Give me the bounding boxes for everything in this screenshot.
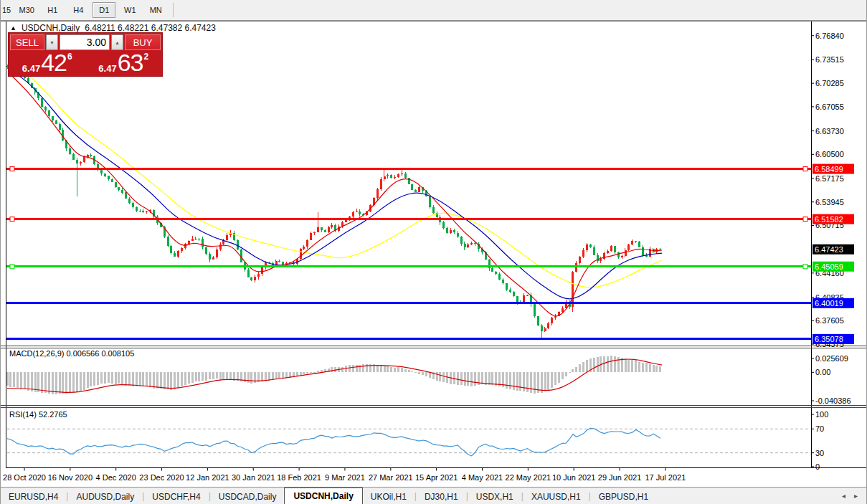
one-click-trading-panel: SELL ▾ ▴ BUY 6.47 42 6 6.47 63 2 [8,32,163,77]
date-label: 18 Feb 2021 [277,473,321,482]
rsi-indicator-label: RSI(14) 52.2765 [9,410,67,419]
hline-handle[interactable] [10,167,14,171]
date-label: 4 May 2021 [462,473,503,482]
macd-tick-label: 0.00 [815,368,830,376]
hline-price-label: 6.35078 [815,335,843,343]
hline-price-label: 6.58499 [815,165,843,173]
hline-price-label: 6.45059 [815,262,843,271]
buy-price-prefix: 6.47 [98,64,116,73]
rsi-tick-label: 0 [815,462,820,471]
chart-tab-eurusd[interactable]: EURUSD,H4 [1,489,66,504]
date-label: 17 Jul 2021 [645,473,686,482]
date-label: 28 Oct 2020 [3,473,46,482]
date-label: 15 Apr 2021 [415,473,458,482]
timeframe-toolbar: 15M30H1H4D1W1MN [1,0,866,21]
current-price-label: 6.47423 [815,245,843,254]
chart-tab-usdcnh[interactable]: USDCNH,Daily [284,488,362,504]
price-tick-label: 6.70285 [815,79,844,87]
tab-scroll-left-icon[interactable]: ◂ [842,492,845,500]
buy-price-display[interactable]: 6.47 63 2 [87,52,161,75]
price-tick-label: 6.60500 [815,150,844,158]
chart-tab-usdx[interactable]: USDX,H1 [468,489,521,504]
sell-price-big-digits: 42 [41,50,67,75]
chart-tab-dj30[interactable]: DJ30,H1 [417,489,466,504]
date-label: 16 Nov 2020 [48,473,93,482]
chart-tab-audusd[interactable]: AUDUSD,Daily [68,489,142,504]
price-tick-label: 6.73515 [815,55,844,64]
timeframe-button-w1[interactable]: W1 [118,2,141,18]
rsi-line [7,428,660,455]
rsi-tick-label: 100 [815,410,828,419]
ma-mid-blue-line [8,70,662,299]
price-tick-label: 6.57175 [815,174,844,183]
date-label: 22 May 2021 [506,473,551,482]
chart-tab-usdchf[interactable]: USDCHF,H4 [144,489,208,504]
date-label: 23 Dec 2020 [139,473,184,482]
date-label: 29 Jun 2021 [598,473,642,482]
macd-layer [6,356,662,394]
chart-canvas[interactable]: 6.768406.735156.702856.670556.637306.605… [1,21,867,487]
buy-button[interactable]: BUY [125,34,161,50]
timeframe-button-15[interactable]: 15 [1,2,12,18]
chart-tab-gbpusd[interactable]: GBPUSD,H1 [591,489,656,504]
sell-price-display[interactable]: 6.47 42 6 [10,52,85,75]
macd-tick-label: 0.025609 [815,354,848,363]
buy-price-pip-digit: 2 [143,52,148,61]
tab-scroll-right-icon[interactable]: ▸ [854,492,858,500]
hline-handle[interactable] [10,217,14,222]
ma-slow-yellow-line [15,67,662,287]
price-tick-label: 6.53945 [815,198,844,206]
chart-header: ▲ USDCNH,Daily 6.48211 6.48221 6.47382 6… [10,23,216,33]
trading-terminal-window: 15M30H1H4D1W1MN 6.768406.735156.702856.6… [0,0,867,504]
sell-price-prefix: 6.47 [22,64,40,73]
timeframe-button-mn[interactable]: MN [144,2,167,18]
macd-indicator-label: MACD(12,26,9) 0.006566 0.008105 [9,349,134,358]
date-label: 27 Mar 2021 [369,473,413,482]
volume-input[interactable] [60,34,110,50]
hline-price-label: 6.51582 [815,215,843,224]
hline-handle[interactable] [803,217,807,222]
date-label: 4 Dec 2020 [96,473,136,482]
date-label: 10 Jun 2021 [552,473,596,482]
hline-handle[interactable] [803,167,807,171]
macd-tick-label: -0.040386 [815,396,851,405]
hline-handle[interactable] [10,265,14,269]
timeframe-button-h1[interactable]: H1 [41,2,64,18]
rsi-tick-label: 30 [815,449,824,457]
toolbar-separator [173,3,174,17]
volume-increase-button[interactable]: ▴ [111,34,123,50]
date-label: 9 Mar 2021 [325,473,365,482]
price-tick-label: 6.67055 [815,103,844,111]
date-label: 30 Jan 2021 [232,473,275,482]
sell-button[interactable]: SELL [10,34,44,50]
hline-price-label: 6.40019 [815,299,843,308]
candles-layer [6,44,662,337]
hline-handle[interactable] [803,265,807,269]
price-tick-label: 6.63730 [815,127,844,135]
rsi-tick-label: 70 [815,424,824,433]
chart-tab-usdcad[interactable]: USDCAD,Daily [211,489,285,504]
tab-scroll-arrows: ◂▸ [842,492,858,500]
chart-tab-xauusd[interactable]: XAUUSD,H1 [523,489,589,504]
price-tick-label: 6.37605 [815,316,844,325]
sell-price-pip-digit: 6 [67,52,72,61]
timeframe-button-h4[interactable]: H4 [67,2,90,18]
chart-window: 6.768406.735156.702856.670556.637306.605… [1,21,867,487]
chart-tab-bar: EURUSD,H4|AUDUSD,Daily|USDCHF,H4|USDCAD,… [1,487,867,504]
price-tick-label: 6.76840 [815,32,844,40]
chart-ohlc-values: 6.48211 6.48221 6.47382 6.47423 [85,23,216,33]
chart-tab-ukoil[interactable]: UKOil,H1 [363,489,414,504]
volume-decrease-button[interactable]: ▾ [46,34,58,50]
date-label: 12 Jan 2021 [186,473,229,482]
symbol-marker-icon: ▲ [10,24,16,32]
buy-price-big-digits: 63 [118,50,143,75]
timeframe-button-d1[interactable]: D1 [93,2,115,18]
timeframe-button-m30[interactable]: M30 [15,2,38,18]
chart-symbol-period: USDCNH,Daily [22,23,80,33]
